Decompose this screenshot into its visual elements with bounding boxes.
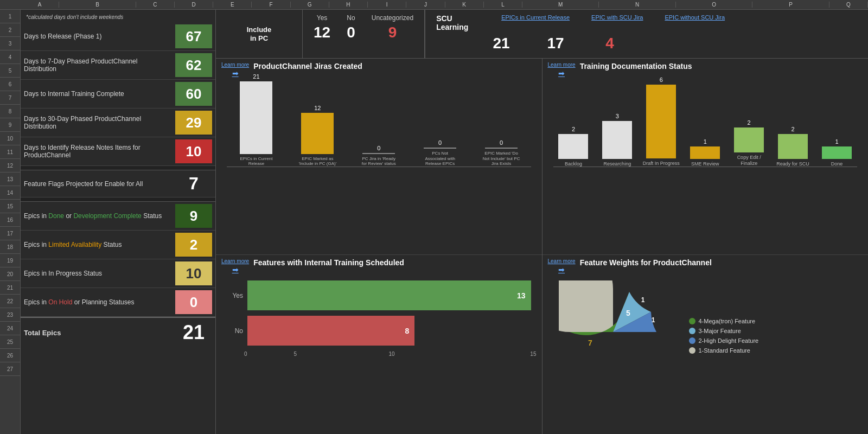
feature-weights-title: Feature Weights for ProductChannel <box>580 258 863 267</box>
legend-dot-mega <box>689 318 695 324</box>
include-in-pc-label: Include in PC <box>247 25 272 42</box>
internal-training-learn-more[interactable]: Learn more ➡ <box>221 258 249 274</box>
internal-training-hbars: Yes 13 No 8 <box>221 276 537 350</box>
metric-value-feature-flags: 7 <box>175 174 212 194</box>
col-m: M <box>522 2 599 8</box>
stat-no: No 0 <box>347 14 355 41</box>
stat-yes: Yes 12 <box>314 14 330 41</box>
training-doc-bars: 2 Backlog 3 Researching <box>548 80 863 167</box>
stat-yes-label: Yes <box>317 14 328 22</box>
bar-draft: 6 Draft In Progress <box>641 76 681 167</box>
metric-value-days-30day: 29 <box>175 111 212 135</box>
bar-researching: 3 Researching <box>597 113 637 167</box>
divider-2 <box>21 197 215 202</box>
internal-training-title: Features with Internal Training Schedule… <box>253 258 536 267</box>
legend-dot-standard <box>689 347 695 354</box>
internal-training-title-row: Learn more ➡ Features with Internal Trai… <box>221 258 537 274</box>
training-doc-x-axis <box>553 167 858 167</box>
training-doc-chart: 2 Backlog 3 Researching <box>548 80 863 183</box>
pc-jiras-chart-block: Learn more ➡ ProductChannel Jiras Create… <box>216 59 542 255</box>
col-o: O <box>676 2 752 8</box>
bar-pc-jira-ready: 0 PC Jira in 'Ready for Review' status <box>349 145 409 167</box>
charts-right-column: Learn more ➡ Training Documentation Stat… <box>542 59 869 434</box>
feature-weights-learn-more-arrow: ➡ <box>558 265 565 274</box>
pie-chart-container: 5 1 1 7 <box>559 280 678 391</box>
feature-weights-chart-block: Learn more ➡ Feature Weights for Product… <box>542 255 869 434</box>
bar-ready-scu: 2 Ready for SCU <box>773 126 813 167</box>
pc-jiras-x-axis <box>227 167 531 167</box>
epic-without-scu-link[interactable]: EPIC without SCU Jira <box>665 14 725 31</box>
metric-label-epics-limited: Epics in Limited Availability Status <box>24 241 175 248</box>
metric-label-days-30day: Days to 30-Day Phased ProductChannel Dis… <box>24 115 175 130</box>
training-doc-learn-more[interactable]: Learn more ➡ <box>548 62 576 78</box>
metric-value-days-internal: 60 <box>175 82 212 106</box>
pc-jiras-bars: 21 EPICs in Current Release 12 EPIC Mark… <box>221 80 537 167</box>
metric-value-epics-limited: 2 <box>175 233 212 257</box>
bar-backlog: 2 Backlog <box>553 126 594 167</box>
bar-done: 1 Done <box>816 138 857 167</box>
bar-ready-scu-fill <box>778 134 808 159</box>
col-i: I <box>368 2 406 8</box>
pc-jiras-title: ProductChannel Jiras Created <box>253 62 536 71</box>
metric-days-30day: Days to 30-Day Phased ProductChannel Dis… <box>21 108 215 137</box>
pc-jiras-chart: 21 EPICs in Current Release 12 EPIC Mark… <box>221 80 537 183</box>
metric-label-days-7day: Days to 7-Day Phased ProductChannel Dist… <box>24 58 175 73</box>
bar-pc-jira-ready-fill <box>362 153 395 154</box>
divider-1 <box>21 166 215 170</box>
pie-label-mega: 5 <box>626 309 630 317</box>
scu-title: SCULearning <box>436 14 480 31</box>
top-stats-row: Include in PC Yes 12 No 0 Uncategorized … <box>216 10 868 59</box>
col-c: C <box>136 2 175 8</box>
bar-copy-edit: 2 Copy Edit / Finalize <box>729 119 769 167</box>
internal-training-learn-more-arrow: ➡ <box>232 265 239 274</box>
col-h: H <box>329 2 368 8</box>
legend-high-delight: 2-High Delight Feature <box>689 337 759 344</box>
col-e: E <box>213 2 252 8</box>
right-area: Include in PC Yes 12 No 0 Uncategorized … <box>216 10 868 434</box>
metric-days-7day: Days to 7-Day Phased ProductChannel Dist… <box>21 51 215 80</box>
metric-epics-limited: Epics in Limited Availability Status 2 <box>21 231 215 259</box>
total-epics-label: Total Epics <box>24 329 175 337</box>
training-doc-chart-block: Learn more ➡ Training Documentation Stat… <box>542 59 869 255</box>
pie-segment-standard <box>559 280 613 332</box>
training-doc-title: Training Documentation Status <box>580 62 863 71</box>
col-j: J <box>406 2 445 8</box>
col-k: K <box>445 2 484 8</box>
metric-value-days-7day: 62 <box>175 53 212 77</box>
col-d: D <box>175 2 213 8</box>
metric-value-days-release: 67 <box>175 24 212 48</box>
legend-major: 3-Major Feature <box>689 328 759 334</box>
stat-uncategorized-value: 9 <box>388 24 397 41</box>
metric-epics-inprogress: Epics in In Progress Status 10 <box>21 259 215 288</box>
bar-backlog-fill <box>558 134 588 159</box>
metric-days-internal: Days to Internal Training Complete 60 <box>21 80 215 108</box>
bar-epic-marked: 12 EPIC Marked as 'Include in PC (GA)' <box>288 105 347 167</box>
metric-label-epics-done: Epics in Done or Development Complete St… <box>24 212 175 220</box>
bar-epics-current: 21 EPICs in Current Release <box>227 73 286 167</box>
pie-legend: 4-Mega(tron) Feature 3-Major Feature 2-H… <box>689 318 759 354</box>
scu-val-1: 17 <box>539 35 572 52</box>
bar-pcs-not-associated-fill <box>424 148 456 149</box>
col-a: A <box>21 2 59 8</box>
metric-value-days-release-notes: 10 <box>175 139 212 163</box>
metric-label-days-release: Days to Release (Phase 1) <box>24 33 175 40</box>
pie-label-high-delight: 1 <box>651 316 655 324</box>
stat-no-value: 0 <box>347 24 355 41</box>
internal-training-chart-block: Learn more ➡ Features with Internal Trai… <box>216 255 542 434</box>
row-numbers: 1 2 3 4 5 6 7 8 9 10 11 12 13 14 15 16 1… <box>0 10 21 434</box>
col-b: B <box>59 2 136 8</box>
scu-header-links: SCULearning EPICs in Current Release EPI… <box>436 14 725 31</box>
col-f: F <box>252 2 290 8</box>
epic-with-scu-link[interactable]: EPIC with SCU Jira <box>591 14 643 31</box>
hbar-yes-bar: 13 <box>247 280 531 310</box>
training-doc-learn-more-arrow: ➡ <box>558 69 565 78</box>
legend-dot-high-delight <box>689 337 695 344</box>
metric-epics-done: Epics in Done or Development Complete St… <box>21 202 215 231</box>
bar-epic-do-not-include: 0 EPIC Marked 'Do Not Include' but PC Ji… <box>472 139 531 167</box>
metric-label-epics-onhold: Epics in On Hold or Planning Statuses <box>24 298 175 306</box>
stat-no-label: No <box>347 14 355 22</box>
feature-weights-learn-more[interactable]: Learn more ➡ <box>548 258 576 274</box>
epics-in-current-release-link[interactable]: EPICs in Current Release <box>501 14 570 31</box>
hbar-no-label: No <box>227 327 243 335</box>
hbar-axis: 0 5 10 15 <box>221 351 537 357</box>
